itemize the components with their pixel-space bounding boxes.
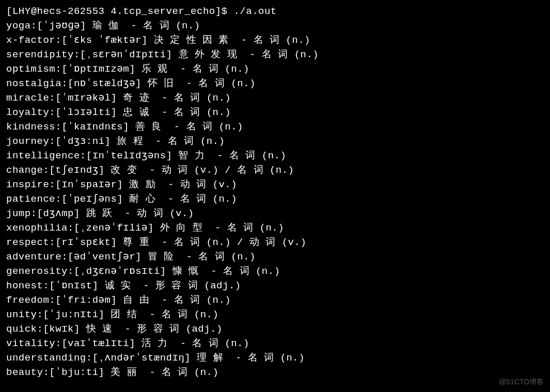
entry-word: respect xyxy=(6,237,49,248)
entry-translation: 决 定 性 因 素 xyxy=(154,35,229,46)
entry-pos: 名 词 (n.) xyxy=(174,295,231,306)
entry-phonetic: [ɪnˈspaɪər] xyxy=(55,179,123,190)
prompt-user: LHY xyxy=(12,6,31,17)
dictionary-entry: vitality:[vaɪˈtælɪti] 活 力 - 名 词 (n.) xyxy=(6,336,544,351)
entry-colon: : xyxy=(49,295,55,306)
entry-pos: 形 容 词 (adj.) xyxy=(137,323,223,335)
entry-word: vitality xyxy=(6,338,55,349)
prompt-cwd: 4.tcp_server_echo xyxy=(111,6,215,17)
dictionary-entry: yoga:[ˈjəʊɡə] 瑜 伽 - 名 词 (n.) xyxy=(6,19,544,33)
entry-phonetic: [ˌsɛrənˈdɪpɪti] xyxy=(80,49,172,60)
entry-translation: 瑜 伽 xyxy=(92,20,119,31)
entry-translation: 外 向 型 xyxy=(160,222,202,234)
entry-translation: 团 结 xyxy=(111,309,137,320)
entry-translation: 美 丽 xyxy=(111,367,137,378)
entry-phonetic: [kwɪk] xyxy=(43,323,80,335)
entry-word: understanding xyxy=(6,352,86,364)
entry-translation: 理 解 xyxy=(197,352,223,364)
entry-translation: 旅 程 xyxy=(117,136,143,147)
terminal-output[interactable]: [LHY@hecs-262553 4.tcp_server_echo]$ ./a… xyxy=(6,4,544,380)
entry-translation: 冒 险 xyxy=(148,251,174,263)
entry-pos: 名 词 (n.) xyxy=(248,352,305,364)
entry-colon: : xyxy=(55,121,61,133)
dictionary-entry: nostalgia:[nɒˈstældʒə] 怀 旧 - 名 词 (n.) xyxy=(6,76,544,91)
entry-colon: : xyxy=(37,309,43,320)
dictionary-entry: xenophilia:[ˌzenəˈfɪliə] 外 向 型 - 名 词 (n.… xyxy=(6,221,544,235)
dictionary-entry: generosity:[ˌdʒɛnəˈrɒsɪti] 慷 慨 - 名 词 (n.… xyxy=(6,264,544,279)
entry-phonetic: [ˈmɪrəkəl] xyxy=(55,92,117,104)
entry-pos: 名 词 (n.) xyxy=(174,92,231,104)
dictionary-entry: understanding:[ˌʌndərˈstændɪŋ] 理 解 - 名 词… xyxy=(6,351,544,365)
dictionary-entry: freedom:[ˈfriːdəm] 自 由 - 名 词 (n.) xyxy=(6,293,544,307)
entry-pos: 名 词 (n.) xyxy=(254,35,310,46)
entry-pos: 名 词 (n.) xyxy=(193,63,249,75)
entry-phonetic: [ˈɛks ˈfæktər] xyxy=(61,35,148,46)
entry-translation: 改 变 xyxy=(111,165,137,176)
entry-phonetic: [ˈpeɪʃəns] xyxy=(61,193,123,205)
dictionary-entry: patience:[ˈpeɪʃəns] 耐 心 - 名 词 (n.) xyxy=(6,192,544,206)
entry-translation: 慷 慨 xyxy=(172,266,199,277)
entry-colon: : xyxy=(55,193,61,205)
dictionary-entry: intelligence:[ɪnˈtelɪdʒəns] 智 力 - 名 词 (n… xyxy=(6,149,544,163)
entry-word: intelligence xyxy=(6,150,80,161)
entry-translation: 尊 重 xyxy=(123,237,149,248)
entry-translation: 奇 迹 xyxy=(123,92,149,104)
prompt-at: @ xyxy=(31,6,37,17)
entry-phonetic: [ˈɒptɪmɪzəm] xyxy=(61,63,135,75)
entry-phonetic: [ˌdʒɛnəˈrɒsɪti] xyxy=(74,266,166,277)
entry-colon: : xyxy=(43,367,49,378)
entry-translation: 活 力 xyxy=(142,338,168,349)
entry-pos: 名 词 (n.) xyxy=(143,20,200,31)
entry-pos: 形 容 词 (adj.) xyxy=(155,280,241,291)
entry-translation: 善 良 xyxy=(135,121,162,133)
entry-pos: 名 词 (n.) xyxy=(174,107,231,118)
entry-colon: : xyxy=(86,352,92,364)
entry-colon: : xyxy=(74,49,80,60)
shell-prompt-line: [LHY@hecs-262553 4.tcp_server_echo]$ ./a… xyxy=(6,4,544,19)
entry-colon: : xyxy=(37,323,43,335)
entry-word: loyalty xyxy=(6,107,49,118)
entry-word: unity xyxy=(6,309,37,320)
entry-word: serendipity xyxy=(6,49,74,60)
dictionary-entry: jump:[dʒʌmp] 跳 跃 - 动 词 (v.) xyxy=(6,206,544,221)
entry-translation: 自 由 xyxy=(123,295,149,306)
entry-word: quick xyxy=(6,323,37,335)
prompt-host: hecs-262553 xyxy=(37,6,105,17)
entry-colon: : xyxy=(31,20,37,31)
entry-colon: : xyxy=(68,222,74,234)
entry-phonetic: [ɪnˈtelɪdʒəns] xyxy=(86,150,172,161)
entry-pos: 动 词 (v.) / 名 词 (n.) xyxy=(162,165,294,176)
entry-word: patience xyxy=(6,193,55,205)
entry-pos: 名 词 (n.) xyxy=(198,251,255,263)
entry-colon: : xyxy=(49,92,55,104)
entry-translation: 怀 旧 xyxy=(148,78,174,89)
dictionary-entry: optimism:[ˈɒptɪmɪzəm] 乐 观 - 名 词 (n.) xyxy=(6,62,544,76)
entry-pos: 名 词 (n.) xyxy=(168,136,225,147)
entry-phonetic: [ˈdʒɜːni] xyxy=(55,136,111,147)
dictionary-entry: journey:[ˈdʒɜːni] 旅 程 - 名 词 (n.) xyxy=(6,134,544,149)
entry-phonetic: [ˈjuːnɪti] xyxy=(43,309,104,320)
entry-translation: 诚 实 xyxy=(105,280,131,291)
entry-word: honest xyxy=(6,280,43,291)
dictionary-entry: unity:[ˈjuːnɪti] 团 结 - 名 词 (n.) xyxy=(6,307,544,322)
entry-colon: : xyxy=(61,251,68,263)
entry-pos: 名 词 (n.) xyxy=(162,309,218,320)
dictionary-entry: change:[tʃeɪndʒ] 改 变 - 动 词 (v.) / 名 词 (n… xyxy=(6,163,544,177)
entry-colon: : xyxy=(49,136,55,147)
watermark-text: @51CTO博客 xyxy=(499,374,544,389)
entry-colon: : xyxy=(43,280,49,291)
entry-pos: 名 词 (n.) xyxy=(192,338,249,349)
dictionary-entry: serendipity:[ˌsɛrənˈdɪpɪti] 意 外 发 现 - 名 … xyxy=(6,47,544,62)
entry-colon: : xyxy=(31,208,37,219)
entry-word: x-factor xyxy=(6,35,55,46)
entry-colon: : xyxy=(49,179,55,190)
entry-phonetic: [ˈjəʊɡə] xyxy=(37,20,86,31)
entry-phonetic: [ədˈventʃər] xyxy=(68,251,142,263)
prompt-close-bracket: ]$ xyxy=(215,6,234,17)
dictionary-entry: kindness:[ˈkaɪndnɛs] 善 良 - 名 词 (n.) xyxy=(6,120,544,134)
entry-translation: 意 外 发 现 xyxy=(179,49,238,60)
entry-word: beauty xyxy=(6,367,43,378)
entry-word: miracle xyxy=(6,92,49,104)
entry-pos: 名 词 (n.) xyxy=(223,266,280,277)
dictionary-entry: inspire:[ɪnˈspaɪər] 激 励 - 动 词 (v.) xyxy=(6,177,544,192)
